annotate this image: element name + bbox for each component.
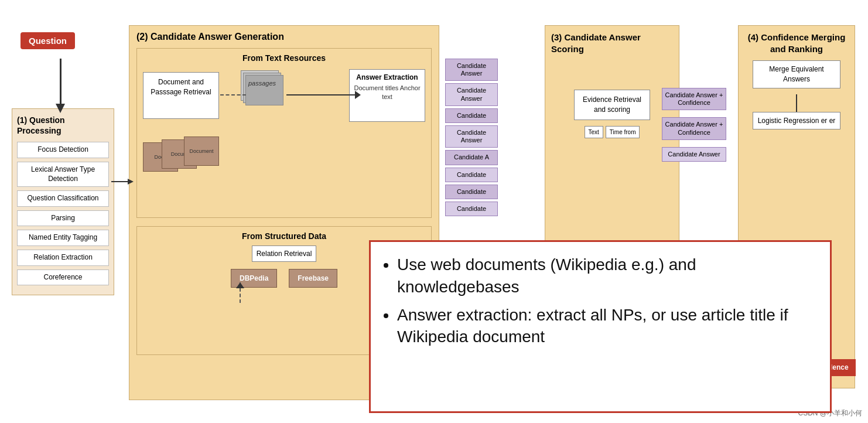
fsd-title: From Structured Data — [143, 231, 425, 241]
qp-item-focus: Focus Detection — [17, 142, 109, 158]
ftr-arrow-2 — [286, 94, 357, 95]
ae-sub: Document titles Anchor text — [352, 84, 422, 102]
bullet-2: Answer extraction: extract all NPs, or u… — [397, 304, 815, 349]
evidence-box: Evidence Retrieval and scoring — [574, 90, 650, 120]
question-label: Question — [29, 36, 67, 46]
bullet-list: Use web documents (Wikipedia e.g.) and k… — [385, 254, 815, 348]
question-line — [60, 59, 61, 111]
cas-panel: (3) Candidate Answer Scoring Evidence Re… — [545, 25, 679, 277]
ae-title: Answer Extraction — [352, 73, 422, 81]
candidate-card-0: Candidate Answer — [445, 59, 498, 81]
fsd-arrowhead — [236, 282, 244, 288]
question-box: Question — [20, 32, 75, 49]
ca-conf-card-2: Candidate Answer — [662, 147, 726, 162]
ftr-arrowhead — [355, 91, 361, 99]
evidence-time: Time from — [606, 126, 640, 138]
bullet-overlay: Use web documents (Wikipedia e.g.) and k… — [369, 240, 832, 413]
doc-retrieval-label: Document and Passsage Retrieval — [151, 78, 211, 96]
bullet-1: Use web documents (Wikipedia e.g.) and k… — [397, 254, 815, 298]
candidate-card-3: Candidate Answer — [445, 125, 498, 148]
qp-item-classification: Question Classification — [17, 190, 109, 207]
relation-retrieval-label: Relation Retrieval — [257, 250, 312, 258]
qp-item-parsing: Parsing — [17, 210, 109, 227]
candidate-card-1: Candidate Answer — [445, 83, 498, 105]
qp-title: (1) Question Processing — [17, 115, 109, 136]
ca-conf-card-0: Candidate Answer + Confidence — [662, 88, 726, 110]
logistic-label: Logistic Regression er er — [758, 117, 836, 125]
passages-label: passages — [248, 80, 276, 87]
ftr-panel: From Text Resources Document and Passsag… — [136, 48, 432, 218]
relation-retrieval-box: Relation Retrieval — [252, 245, 316, 262]
merge-label: Merge Equivalent Answers — [769, 65, 823, 83]
qp-item-relation: Relation Extraction — [17, 250, 109, 266]
candidate-card-4: Candidate A — [445, 150, 498, 165]
candidate-card-6: Candidate — [445, 185, 498, 199]
logistic-box: Logistic Regression er er — [753, 112, 840, 130]
evidence-label: Evidence Retrieval and scoring — [583, 95, 641, 114]
candidate-column: Candidate Answer Candidate Answer Candid… — [445, 59, 498, 216]
freebase-box: Freebase — [289, 269, 337, 288]
qp-item-ner: Named Entity Tagging — [17, 230, 109, 246]
qp-item-coref: Coreference — [17, 270, 109, 286]
question-processing-panel: (1) Question Processing Focus Detection … — [12, 108, 114, 295]
cas-title: (3) Candidate Answer Scoring — [551, 32, 673, 54]
doc-retrieval-box: Document and Passsage Retrieval — [143, 72, 219, 119]
qp-item-lexical: Lexical Answer Type Detection — [17, 162, 109, 187]
evidence-text: Text — [585, 126, 603, 138]
ca-conf-stack: Candidate Answer + Confidence Candidate … — [662, 88, 726, 162]
cm-line — [796, 94, 797, 112]
merge-box: Merge Equivalent Answers — [753, 60, 840, 88]
evidence-row: Text Time from — [551, 126, 673, 138]
ftr-title: From Text Resources — [143, 53, 425, 63]
cag-title: (2) Candidate Answer Generation — [136, 32, 432, 42]
candidate-card-5: Candidate — [445, 168, 498, 182]
candidate-card-2: Candidate — [445, 108, 498, 123]
cm-title: (4) Confidence Merging and Ranking — [743, 32, 850, 54]
doc-card-3: Document — [184, 137, 219, 166]
candidate-card-7: Candidate — [445, 202, 498, 216]
ca-conf-card-1: Candidate Answer + Confidence — [662, 117, 726, 139]
ftr-arrow-1 — [220, 94, 246, 95]
